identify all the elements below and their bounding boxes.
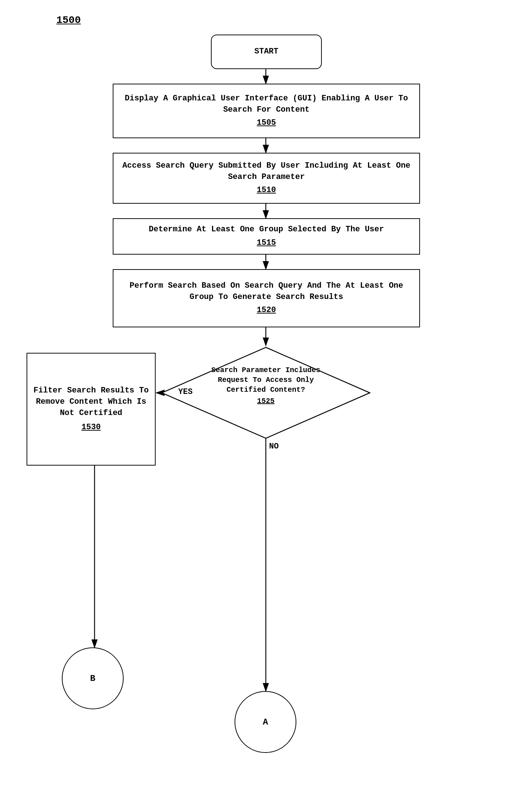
step-1515-box: Determine At Least One Group Selected By… <box>113 218 420 255</box>
step-1510-id: 1510 <box>257 185 276 196</box>
terminal-b-label: B <box>90 674 95 683</box>
step-1510-box: Access Search Query Submitted By User In… <box>113 153 420 204</box>
step-1505-text: Display A Graphical User Interface (GUI)… <box>119 93 413 116</box>
terminal-a: A <box>235 691 296 753</box>
start-label: START <box>254 46 278 57</box>
step-1520-text: Perform Search Based On Search Query And… <box>119 280 413 303</box>
step-1520-box: Perform Search Based On Search Query And… <box>113 269 420 327</box>
flowchart-diagram: 1500 START Display A Graphical User Inte… <box>0 0 532 798</box>
step-1530-id: 1530 <box>81 422 101 433</box>
step-1515-id: 1515 <box>257 238 276 249</box>
step-1510-text: Access Search Query Submitted By User In… <box>119 160 413 183</box>
terminal-a-label: A <box>263 717 268 727</box>
step-1515-text: Determine At Least One Group Selected By… <box>149 224 384 235</box>
no-label: NO <box>269 442 279 451</box>
start-box: START <box>211 35 322 69</box>
yes-label: YES <box>178 387 193 396</box>
step-1530-text: Filter Search Results To Remove Content … <box>33 385 149 419</box>
step-1505-id: 1505 <box>257 117 276 129</box>
step-1505-box: Display A Graphical User Interface (GUI)… <box>113 84 420 138</box>
diagram-title: 1500 <box>56 15 81 26</box>
step-1520-id: 1520 <box>257 305 276 316</box>
terminal-b: B <box>62 647 124 709</box>
step-1530-box: Filter Search Results To Remove Content … <box>27 353 156 466</box>
